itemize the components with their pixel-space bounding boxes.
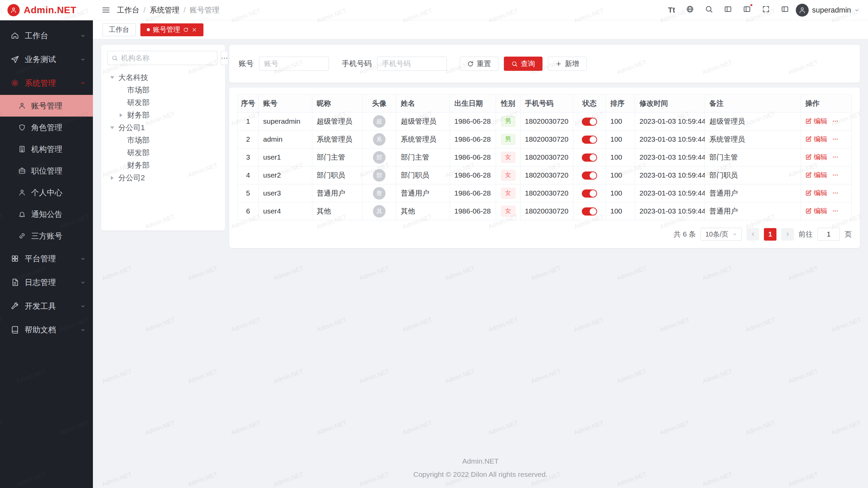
search-button-label: 查询 bbox=[521, 59, 535, 68]
phone-filter-input[interactable] bbox=[377, 57, 447, 71]
row-more-button[interactable] bbox=[832, 154, 839, 160]
toggle-knob bbox=[590, 190, 596, 197]
tree-caret-icon[interactable] bbox=[120, 113, 122, 117]
page-number-1[interactable]: 1 bbox=[764, 228, 776, 241]
breadcrumb-item[interactable]: 系统管理 bbox=[150, 5, 179, 15]
tree-caret-icon[interactable] bbox=[110, 126, 114, 129]
goto-page-input[interactable] bbox=[817, 228, 840, 241]
tree-more-button[interactable]: ⋯ bbox=[221, 51, 228, 65]
sidebar-subitem-通知公告[interactable]: 通知公告 bbox=[0, 203, 93, 225]
hamburger-icon[interactable] bbox=[102, 6, 110, 14]
edit-button[interactable]: 编辑 bbox=[805, 206, 827, 216]
cell-index: 5 bbox=[238, 184, 259, 202]
status-toggle[interactable] bbox=[582, 171, 597, 180]
tree-node-研发部[interactable]: 研发部 bbox=[107, 96, 219, 109]
tree-node-分公司1[interactable]: 分公司1 bbox=[107, 121, 219, 134]
prev-page-button[interactable] bbox=[747, 228, 759, 241]
search-icon[interactable] bbox=[705, 5, 713, 15]
row-more-button[interactable] bbox=[832, 208, 839, 214]
cell-remark: 部门主管 bbox=[705, 148, 801, 166]
row-avatar: 部 bbox=[373, 169, 386, 182]
reset-button[interactable]: 重置 bbox=[460, 57, 498, 71]
edit-button[interactable]: 编辑 bbox=[805, 152, 827, 162]
search-icon bbox=[112, 55, 118, 61]
sidebar-item-日志管理[interactable]: 日志管理 bbox=[0, 270, 93, 294]
next-page-button[interactable] bbox=[781, 228, 794, 241]
tree-caret-icon[interactable] bbox=[111, 176, 114, 180]
breadcrumb-item[interactable]: 账号管理 bbox=[190, 5, 219, 15]
edit-button-label: 编辑 bbox=[814, 152, 827, 162]
tree-node-财务部[interactable]: 财务部 bbox=[107, 159, 219, 171]
sidebar-subitem-三方账号[interactable]: 三方账号 bbox=[0, 225, 93, 247]
tab-close-icon[interactable] bbox=[192, 27, 197, 33]
sidebar-subitem-个人中心[interactable]: 个人中心 bbox=[0, 182, 93, 203]
sidebar-item-系统管理[interactable]: 系统管理 bbox=[0, 71, 93, 95]
edit-button-label: 编辑 bbox=[814, 135, 827, 144]
row-more-button[interactable] bbox=[832, 172, 839, 178]
profile-icon[interactable] bbox=[781, 5, 789, 15]
account-filter-input[interactable] bbox=[259, 57, 329, 71]
sidebar-subitem-机构管理[interactable]: 机构管理 bbox=[0, 138, 93, 160]
fullscreen-icon[interactable] bbox=[762, 5, 770, 15]
sidebar-item-开发工具[interactable]: 开发工具 bbox=[0, 294, 93, 318]
status-toggle[interactable] bbox=[582, 154, 597, 162]
add-button[interactable]: 新增 bbox=[548, 57, 587, 71]
row-more-button[interactable] bbox=[832, 118, 839, 124]
search-icon bbox=[511, 61, 518, 67]
tree-caret-icon[interactable] bbox=[110, 76, 114, 79]
status-toggle[interactable] bbox=[582, 118, 597, 126]
layout-icon[interactable] bbox=[724, 5, 732, 15]
tab-item[interactable]: 工作台 bbox=[102, 23, 136, 36]
cell-avatar: 超 bbox=[362, 113, 396, 130]
tree-node-市场部[interactable]: 市场部 bbox=[107, 84, 219, 96]
edit-button[interactable]: 编辑 bbox=[805, 188, 827, 198]
cell-index: 6 bbox=[238, 202, 259, 220]
row-more-button[interactable] bbox=[832, 190, 839, 196]
cell-avatar: 部 bbox=[362, 148, 396, 166]
sidebar-item-帮助文档[interactable]: 帮助文档 bbox=[0, 318, 93, 342]
status-toggle[interactable] bbox=[582, 189, 597, 198]
status-toggle[interactable] bbox=[582, 136, 597, 144]
edit-button[interactable]: 编辑 bbox=[805, 117, 827, 126]
sidebar-subitem-账号管理[interactable]: 账号管理 bbox=[0, 95, 93, 117]
sidebar-item-平台管理[interactable]: 平台管理 bbox=[0, 247, 93, 270]
tab-active[interactable]: 账号管理 bbox=[140, 23, 203, 36]
edit-button[interactable]: 编辑 bbox=[805, 170, 827, 180]
tree-node-大名科技[interactable]: 大名科技 bbox=[107, 71, 219, 84]
tree-node-分公司2[interactable]: 分公司2 bbox=[107, 171, 219, 184]
sidebar-item-业务测试[interactable]: 业务测试 bbox=[0, 47, 93, 71]
sidebar-subitem-角色管理[interactable]: 角色管理 bbox=[0, 117, 93, 138]
tab-label: 账号管理 bbox=[153, 25, 180, 34]
sidebar-item-label: 工作台 bbox=[25, 30, 48, 41]
sidebar-item-工作台[interactable]: 工作台 bbox=[0, 24, 93, 47]
org-search-input[interactable] bbox=[121, 54, 213, 62]
page-size-select[interactable]: 10条/页 bbox=[701, 228, 742, 241]
tab-refresh-icon[interactable] bbox=[183, 27, 189, 33]
cell-phone: 18020030720 bbox=[520, 166, 573, 184]
search-button[interactable]: 查询 bbox=[504, 57, 542, 71]
tree-node-研发部[interactable]: 研发部 bbox=[107, 146, 219, 159]
cell-gender: 女 bbox=[496, 184, 520, 202]
tree-node-财务部[interactable]: 财务部 bbox=[107, 109, 219, 121]
cell-phone: 18020030720 bbox=[520, 148, 573, 166]
font-size-icon[interactable]: Tt bbox=[668, 6, 675, 15]
cell-index: 2 bbox=[238, 130, 259, 148]
table-row: 3user1部门主管部部门主管1986-06-28女18020030720100… bbox=[238, 148, 852, 166]
edit-icon bbox=[805, 172, 812, 178]
edit-button[interactable]: 编辑 bbox=[805, 135, 827, 144]
gender-badge: 男 bbox=[501, 134, 515, 145]
pagination: 共 6 条 10条/页 1 前往 页 bbox=[237, 220, 852, 241]
status-toggle[interactable] bbox=[582, 207, 597, 216]
user-menu[interactable]: superadmin bbox=[796, 4, 859, 17]
breadcrumb-item[interactable]: 工作台 bbox=[117, 5, 139, 15]
tree-node-市场部[interactable]: 市场部 bbox=[107, 134, 219, 146]
sidebar-item-label: 平台管理 bbox=[25, 253, 56, 264]
edit-button-label: 编辑 bbox=[814, 206, 827, 216]
tab-label: 工作台 bbox=[109, 25, 129, 34]
cell-status bbox=[573, 113, 606, 130]
sidebar-subitem-职位管理[interactable]: 职位管理 bbox=[0, 160, 93, 182]
language-icon[interactable] bbox=[686, 5, 694, 15]
notification-icon[interactable] bbox=[743, 5, 751, 15]
row-more-button[interactable] bbox=[832, 136, 839, 142]
shield-icon bbox=[18, 124, 26, 131]
